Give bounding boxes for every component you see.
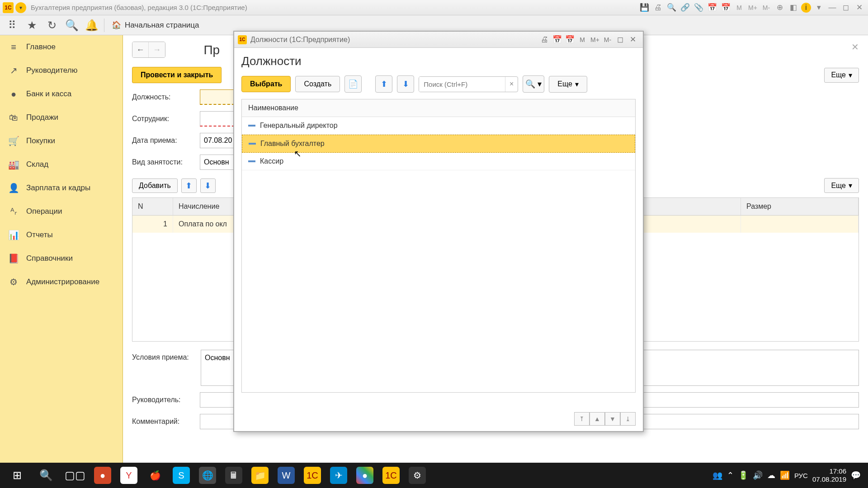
apps-grid-icon[interactable]: ⠿	[4, 17, 21, 34]
chevron-up-icon[interactable]: ⌃	[727, 470, 734, 480]
sidebar-item-purchases[interactable]: 🛒Покупки	[0, 129, 123, 153]
search-dropdown-button[interactable]: 🔍 ▾	[523, 75, 544, 93]
taskbar-app-calc[interactable]: 🖩	[221, 463, 247, 488]
taskbar-app-tomato[interactable]: 🍎	[142, 463, 168, 488]
app-logo-icon: 1C	[3, 2, 14, 13]
print-icon[interactable]: 🖨	[652, 2, 664, 14]
sidebar-item-hr[interactable]: 👤Зарплата и кадры	[0, 176, 123, 200]
maximize-icon[interactable]: ◻	[840, 2, 852, 14]
list-item[interactable]: Генеральный директор	[242, 117, 635, 135]
taskbar-app-word[interactable]: W	[273, 463, 299, 488]
battery-icon[interactable]: 🔋	[738, 470, 748, 480]
taskbar-app-explorer[interactable]: 📁	[247, 463, 273, 488]
search-icon[interactable]: 🔍	[63, 17, 80, 34]
history-icon[interactable]: ↻	[43, 17, 61, 34]
m-minus-button[interactable]: M-	[760, 2, 772, 14]
taskbar-app-settings[interactable]: ⚙	[404, 463, 430, 488]
people-icon[interactable]: 👥	[712, 470, 722, 480]
taskbar-app-yandex[interactable]: Y	[116, 463, 142, 488]
forward-button[interactable]: →	[149, 42, 165, 57]
nav-bottom-button[interactable]: ⤓	[620, 412, 636, 426]
taskbar-app-1c2[interactable]: 1C	[378, 463, 404, 488]
zoom-icon[interactable]: ⊕	[774, 2, 786, 14]
move-down-button[interactable]: ⬇	[200, 178, 216, 193]
print-icon[interactable]: 🖨	[538, 34, 551, 45]
arrow-icon: ↗	[8, 65, 19, 76]
m-minus-button[interactable]: M-	[601, 34, 614, 45]
more-button[interactable]: Еще▾	[824, 68, 859, 83]
minimize-icon[interactable]: —	[826, 2, 838, 14]
calendar-icon[interactable]: 📅	[706, 2, 718, 14]
home-button[interactable]: 🏠 Начальная страница	[108, 20, 203, 30]
clock[interactable]: 17:06 07.08.2019	[812, 467, 846, 483]
grid-more-button[interactable]: Еще▾	[824, 178, 859, 193]
notifications-icon[interactable]: 💬	[851, 470, 861, 480]
taskview-button[interactable]: ▢▢	[61, 463, 90, 488]
taskbar-app-skype[interactable]: S	[168, 463, 194, 488]
volume-icon[interactable]: 🔊	[753, 470, 763, 480]
calendar2-icon[interactable]: 📅	[720, 2, 731, 14]
help-icon[interactable]: i	[801, 3, 811, 13]
move-up-button[interactable]: ⬆	[181, 178, 197, 193]
sidebar-item-bank[interactable]: ●Банк и касса	[0, 82, 123, 106]
nav-up-button[interactable]: ▲	[590, 412, 605, 426]
search-input[interactable]	[419, 77, 505, 92]
m-plus-button[interactable]: M+	[589, 34, 601, 45]
m-button[interactable]: M	[576, 34, 589, 45]
m-button[interactable]: M	[733, 2, 745, 14]
select-button[interactable]: Выбрать	[241, 76, 291, 92]
sidebar-item-admin[interactable]: ⚙Администрирование	[0, 270, 123, 294]
close-icon[interactable]: ✕	[627, 34, 639, 45]
network-icon[interactable]: ☁	[767, 470, 775, 480]
list-item[interactable]: Кассир	[242, 153, 635, 170]
maximize-icon[interactable]: ◻	[614, 34, 627, 45]
calendar2-icon[interactable]: 📅	[563, 34, 576, 45]
nav-buttons: ← →	[132, 42, 165, 58]
close-icon[interactable]: ✕	[854, 2, 865, 14]
sidebar-item-reports[interactable]: 📊Отчеты	[0, 223, 123, 247]
sidebar-item-references[interactable]: 📕Справочники	[0, 247, 123, 270]
create-button[interactable]: Создать	[295, 76, 340, 92]
close-page-icon[interactable]: ✕	[851, 42, 859, 52]
back-button[interactable]: ←	[132, 42, 149, 57]
language-indicator[interactable]: РУС	[794, 472, 808, 479]
down-icon[interactable]: ⬇	[397, 75, 414, 93]
nav-down-button[interactable]: ▼	[605, 412, 620, 426]
taskbar-app-ppt[interactable]: ●	[90, 463, 116, 488]
add-button[interactable]: Добавить	[132, 178, 178, 193]
person-icon: 👤	[8, 183, 19, 193]
item-icon	[248, 160, 255, 162]
start-button[interactable]: ⊞	[3, 463, 32, 488]
sidebar-item-warehouse[interactable]: 🏭Склад	[0, 153, 123, 176]
taskbar-app-browser[interactable]: 🌐	[194, 463, 221, 488]
calendar-icon[interactable]: 📅	[551, 34, 563, 45]
submit-close-button[interactable]: Провести и закрыть	[132, 67, 222, 83]
sidebar-item-label: Склад	[26, 160, 48, 169]
dialog-more-button[interactable]: Еще▾	[549, 76, 587, 93]
sidebar-item-operations[interactable]: ᴬᵣОперации	[0, 200, 123, 223]
list-item[interactable]: Главный бухгалтер	[242, 135, 635, 153]
sidebar: ≡Главное ↗Руководителю ●Банк и касса 🛍Пр…	[0, 35, 123, 463]
nav-top-button[interactable]: ⤒	[574, 412, 590, 426]
favorite-icon[interactable]: ★	[24, 17, 41, 34]
up-icon[interactable]: ⬆	[375, 75, 392, 93]
search-icon[interactable]: 🔍	[665, 2, 677, 14]
sidebar-item-sales[interactable]: 🛍Продажи	[0, 106, 123, 129]
attach-icon[interactable]: 📎	[693, 2, 704, 14]
taskbar-app-1c[interactable]: 1C	[299, 463, 326, 488]
help-dropdown-icon[interactable]: ▾	[813, 2, 825, 14]
taskbar-app-chrome[interactable]: ●	[352, 463, 378, 488]
taskbar-app-telegram[interactable]: ✈	[326, 463, 352, 488]
panel-icon[interactable]: ◧	[788, 2, 799, 14]
sidebar-item-manager[interactable]: ↗Руководителю	[0, 59, 123, 82]
link-icon[interactable]: 🔗	[679, 2, 691, 14]
m-plus-button[interactable]: M+	[747, 2, 759, 14]
bell-icon[interactable]: 🔔	[83, 17, 100, 34]
search-button[interactable]: 🔍	[32, 463, 61, 488]
dropdown-icon[interactable]: ▾	[15, 2, 26, 13]
wifi-icon[interactable]: 📶	[780, 470, 790, 480]
clear-search-icon[interactable]: ×	[505, 77, 518, 92]
clone-icon[interactable]: 📄	[344, 75, 362, 93]
sidebar-item-main[interactable]: ≡Главное	[0, 35, 123, 59]
save-icon[interactable]: 💾	[638, 2, 650, 14]
